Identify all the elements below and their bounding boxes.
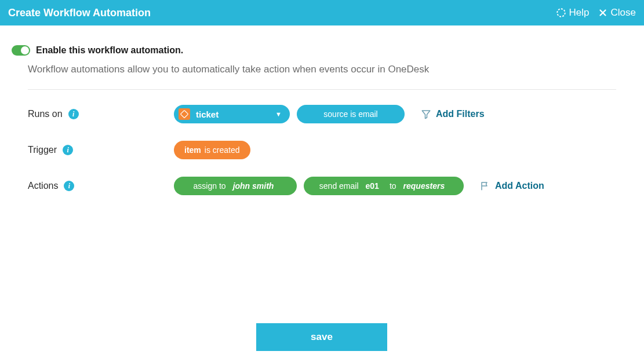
svg-marker-4	[422, 111, 430, 119]
enable-label: Enable this workflow automation.	[36, 45, 183, 56]
close-button[interactable]: Close	[598, 7, 636, 19]
add-action-label: Add Action	[495, 181, 544, 191]
actions-label-group: Actions i	[28, 181, 174, 191]
dialog-header: Create Workflow Automation Help Close	[0, 0, 644, 25]
action-target: john smith	[233, 181, 274, 191]
runs-on-type-value: ticket	[196, 109, 270, 119]
info-icon[interactable]: i	[68, 109, 79, 119]
chevron-down-icon: ▼	[275, 111, 282, 118]
action-template: e01	[366, 181, 379, 191]
trigger-pill[interactable]: item is created	[174, 141, 250, 159]
add-action-button[interactable]: Add Action	[480, 181, 544, 191]
runs-on-label-group: Runs on i	[28, 109, 174, 119]
runs-on-filter-pill[interactable]: source is email	[297, 105, 405, 123]
trigger-subject: item	[184, 145, 201, 155]
trigger-body: item is created	[174, 141, 250, 159]
runs-on-label: Runs on	[28, 109, 63, 119]
ticket-icon	[179, 108, 190, 120]
trigger-label-group: Trigger i	[28, 145, 174, 155]
action-verb: assign to	[194, 181, 226, 191]
action-target: requesters	[403, 181, 445, 191]
filter-icon	[421, 109, 431, 119]
save-button[interactable]: save	[256, 323, 387, 351]
help-icon	[556, 8, 566, 18]
enable-toggle[interactable]	[12, 45, 30, 56]
actions-label: Actions	[28, 181, 58, 191]
info-icon[interactable]: i	[64, 181, 74, 191]
help-button[interactable]: Help	[556, 7, 590, 19]
action-pill[interactable]: assign to john smith	[174, 177, 297, 195]
trigger-verb: is created	[205, 145, 240, 155]
trigger-row: Trigger i item is created	[28, 141, 616, 159]
info-icon[interactable]: i	[63, 145, 73, 155]
close-icon	[598, 8, 608, 18]
add-filters-label: Add Filters	[436, 109, 485, 119]
actions-body: assign to john smith send email e01 to r…	[174, 177, 544, 195]
svg-rect-3	[180, 110, 188, 118]
add-filters-button[interactable]: Add Filters	[421, 109, 485, 119]
automation-description: Workflow automations allow you to automa…	[28, 64, 616, 90]
dialog-header-actions: Help Close	[556, 7, 636, 19]
svg-point-0	[557, 9, 565, 17]
flag-icon	[480, 181, 490, 191]
dialog-content: Enable this workflow automation. Workflo…	[0, 25, 644, 195]
dialog-title: Create Workflow Automation	[8, 7, 151, 19]
action-to: to	[390, 181, 396, 191]
runs-on-body: ticket ▼ source is email Add Filters	[174, 105, 485, 123]
actions-row: Actions i assign to john smith send emai…	[28, 177, 616, 195]
enable-row: Enable this workflow automation.	[12, 45, 616, 56]
trigger-label: Trigger	[28, 145, 57, 155]
close-label: Close	[611, 7, 636, 19]
action-pill[interactable]: send email e01 to requesters	[304, 177, 464, 195]
save-label: save	[311, 331, 333, 343]
help-label: Help	[569, 7, 590, 19]
runs-on-type-dropdown[interactable]: ticket ▼	[174, 105, 290, 123]
action-verb: send email	[319, 181, 359, 191]
runs-on-filter-text: source is email	[323, 109, 377, 119]
config-rows: Runs on i ticket ▼ source is email	[28, 105, 616, 195]
runs-on-row: Runs on i ticket ▼ source is email	[28, 105, 616, 123]
